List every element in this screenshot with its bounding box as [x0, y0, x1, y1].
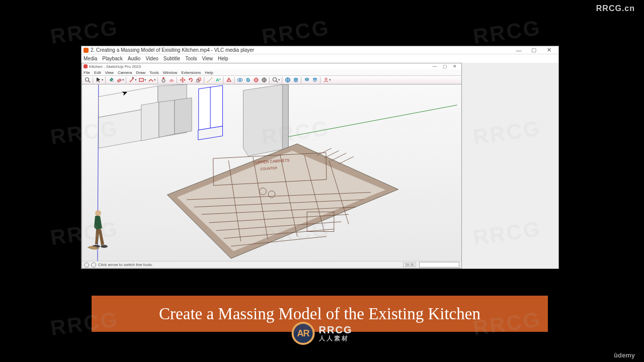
su-menu-tools[interactable]: Tools	[149, 70, 159, 75]
svg-line-4	[130, 78, 134, 82]
vlc-minimize-button[interactable]: —	[511, 47, 526, 54]
dropdown-icon[interactable]: ▾	[278, 78, 280, 82]
text-icon[interactable]: A¹	[214, 76, 221, 84]
move-icon[interactable]	[179, 76, 186, 84]
su-menu-file[interactable]: File	[84, 70, 90, 75]
logo-text-main: RRCG	[319, 325, 353, 335]
sketchup-menubar: File Edit View Camera Draw Tools Window …	[82, 69, 461, 75]
svg-marker-31	[243, 84, 288, 156]
arc-icon[interactable]	[147, 76, 154, 84]
svg-rect-6	[139, 78, 143, 81]
su-menu-edit[interactable]: Edit	[94, 70, 101, 75]
paint-bucket-icon[interactable]	[107, 76, 115, 84]
globe-icon[interactable]	[284, 76, 291, 84]
sketchup-minimize-button[interactable]: —	[430, 64, 440, 69]
sketchup-viewport[interactable]: UPPER CABINETS COUNTER ➤	[82, 84, 461, 261]
scale-figure	[85, 208, 109, 251]
sketchup-titlebar[interactable]: Kitchen - SketchUp Pro 2023 — ▢ ✕	[82, 63, 461, 69]
svg-line-5	[132, 77, 133, 78]
svg-marker-32	[282, 84, 288, 154]
brand-top-right: RRCG.cn	[596, 4, 635, 13]
vlc-window: 2. Creating a Massing Model of Exisiting…	[81, 46, 559, 269]
watermark: RRCG	[49, 16, 120, 49]
tape-icon[interactable]	[206, 76, 213, 84]
brand-bottom-right: ûdemy	[614, 351, 635, 359]
zoom-icon[interactable]	[271, 76, 279, 84]
svg-rect-3	[117, 79, 121, 82]
crosshair-red-icon[interactable]	[252, 76, 260, 84]
push-pull-icon[interactable]	[159, 76, 167, 84]
svg-line-24	[276, 81, 278, 82]
sketchup-statusbar: Click arrow to switch line tools. 09:36	[82, 261, 461, 268]
sketchup-close-button[interactable]: ✕	[450, 64, 460, 69]
vlc-titlebar[interactable]: 2. Creating a Massing Model of Exisiting…	[82, 46, 558, 54]
vlc-video-area: Kitchen - SketchUp Pro 2023 — ▢ ✕ File E…	[82, 63, 558, 268]
svg-line-1	[89, 81, 90, 82]
dropdown-icon[interactable]: ▾	[135, 78, 137, 82]
svg-line-60	[317, 148, 332, 156]
rectangle-icon[interactable]	[137, 76, 145, 84]
svg-point-66	[95, 210, 101, 216]
su-menu-help[interactable]: Help	[205, 70, 213, 75]
dropdown-icon[interactable]: ▾	[102, 78, 104, 82]
svg-marker-40	[159, 100, 175, 137]
measurement-input[interactable]	[419, 262, 459, 267]
sketchup-toolbar: ▾ ▾ ▾ ▾ ▾ A¹	[82, 75, 461, 84]
crosshair-black-icon[interactable]	[260, 76, 268, 84]
vlc-menu-subtitle[interactable]: Subtitle	[164, 56, 180, 61]
info-icon[interactable]	[84, 262, 89, 267]
playback-time: 09:36	[403, 262, 416, 267]
vlc-menu-tools[interactable]: Tools	[185, 56, 197, 61]
su-menu-window[interactable]: Window	[163, 70, 177, 75]
svg-point-28	[325, 78, 327, 80]
sketchup-window: Kitchen - SketchUp Pro 2023 — ▢ ✕ File E…	[82, 63, 462, 268]
vlc-title: 2. Creating a Massing Model of Exisiting…	[91, 47, 254, 53]
svg-point-23	[273, 78, 276, 81]
vlc-menu-playback[interactable]: Playback	[102, 56, 123, 61]
layers-1-icon[interactable]	[292, 76, 299, 84]
logo-text-sub: 人人素材	[319, 335, 353, 342]
help-icon[interactable]	[91, 262, 96, 267]
vlc-menu-help[interactable]: Help	[218, 56, 228, 61]
svg-point-68	[101, 245, 108, 248]
sketchup-logo-icon	[84, 64, 88, 68]
dropdown-icon[interactable]: ▾	[329, 78, 331, 82]
su-menu-extensions[interactable]: Extensions	[181, 70, 201, 75]
svg-text:A¹: A¹	[216, 77, 221, 82]
select-arrow-icon[interactable]	[95, 76, 102, 84]
scale-icon[interactable]	[195, 76, 202, 84]
user-icon[interactable]	[322, 76, 330, 84]
warning-icon[interactable]	[225, 76, 232, 84]
su-menu-draw[interactable]: Draw	[136, 70, 145, 75]
su-menu-camera[interactable]: Camera	[118, 70, 132, 75]
svg-point-11	[211, 77, 212, 78]
search-icon[interactable]	[84, 76, 91, 84]
blob-icon[interactable]	[244, 76, 252, 84]
vlc-maximize-button[interactable]: ▢	[526, 47, 541, 54]
vlc-menu-media[interactable]: Media	[84, 56, 97, 61]
layers-2-icon[interactable]	[303, 76, 310, 84]
vlc-menu-view[interactable]: View	[202, 56, 213, 61]
svg-line-63	[339, 156, 354, 164]
dropdown-icon[interactable]: ▾	[144, 78, 146, 82]
eye-icon[interactable]	[236, 76, 244, 84]
viewport-3d-scene: UPPER CABINETS COUNTER	[82, 84, 461, 261]
lesson-title-text: Create a Massing Model of the Existing K…	[159, 305, 480, 323]
dropdown-icon[interactable]: ▾	[122, 78, 124, 82]
svg-point-16	[239, 79, 240, 81]
svg-line-9	[208, 78, 212, 82]
vlc-close-button[interactable]: ✕	[541, 47, 556, 54]
dropdown-icon[interactable]: ▾	[154, 78, 156, 82]
svg-marker-39	[141, 102, 159, 141]
layers-3-icon[interactable]	[311, 76, 318, 84]
line-icon[interactable]	[128, 76, 135, 84]
su-menu-view[interactable]: View	[105, 70, 114, 75]
vlc-menu-audio[interactable]: Audio	[128, 56, 141, 61]
offset-icon[interactable]	[168, 76, 175, 84]
svg-point-14	[228, 80, 229, 81]
svg-line-62	[332, 153, 346, 161]
rotate-icon[interactable]	[187, 76, 194, 84]
eraser-icon[interactable]	[115, 76, 123, 84]
sketchup-maximize-button[interactable]: ▢	[440, 64, 450, 69]
vlc-menu-video[interactable]: Video	[145, 56, 158, 61]
